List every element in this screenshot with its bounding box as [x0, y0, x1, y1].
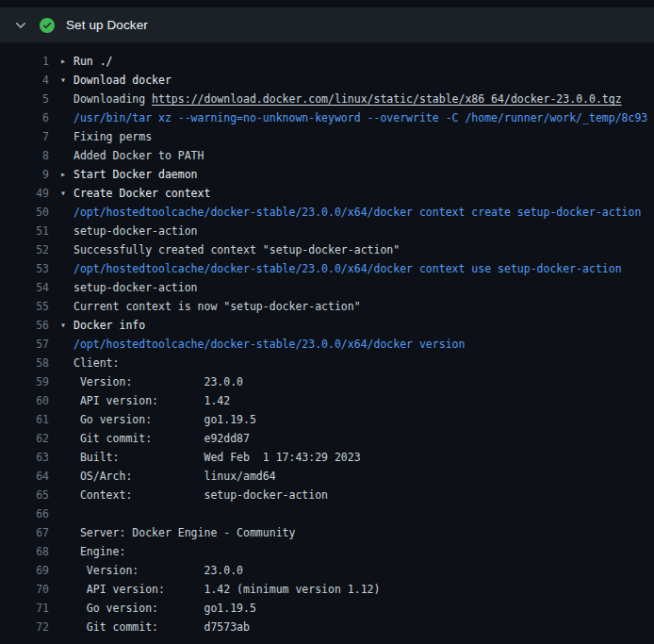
line-number[interactable]: 69	[8, 561, 49, 580]
log-line: 54setup-docker-action	[0, 278, 654, 297]
log-text: Server: Docker Engine - Community	[60, 523, 295, 542]
line-number[interactable]: 64	[8, 467, 49, 486]
chevron-down-icon[interactable]	[13, 18, 28, 33]
log-text: Engine:	[60, 542, 125, 561]
log-container: 1▸Run ./4▾Download docker5Downloading ht…	[0, 42, 654, 644]
line-number[interactable]: 59	[8, 372, 49, 391]
log-text: Git commit: d7573ab	[60, 618, 250, 636]
log-text: Version: 23.0.0	[60, 372, 243, 391]
log-line: 6/usr/bin/tar xz --warning=no-unknown-ke…	[0, 108, 654, 127]
line-number[interactable]: 1	[8, 52, 49, 71]
log-line: 8Added Docker to PATH	[0, 146, 654, 165]
log-line: 55Current context is now "setup-docker-a…	[0, 297, 654, 316]
line-number[interactable]: 51	[8, 222, 49, 240]
log-line: 68 Engine:	[0, 542, 654, 561]
log-line: 53/opt/hostedtoolcache/docker-stable/23.…	[0, 259, 654, 278]
log-line[interactable]: 49▾Create Docker context	[0, 184, 654, 203]
group-title: Create Docker context	[74, 184, 210, 203]
log-line: 57/opt/hostedtoolcache/docker-stable/23.…	[0, 335, 654, 354]
log-text: Downloading https://download.docker.com/…	[60, 90, 622, 108]
line-number[interactable]: 60	[8, 391, 49, 410]
line-number[interactable]: 61	[8, 410, 49, 429]
chevron-down-icon[interactable]: ▾	[60, 71, 74, 90]
command-text: /opt/hostedtoolcache/docker-stable/23.0.…	[60, 335, 465, 354]
line-number[interactable]: 8	[8, 146, 49, 165]
log-text: Added Docker to PATH	[60, 146, 204, 165]
log-line: 60 API version: 1.42	[0, 391, 654, 410]
log-line: 66	[0, 504, 654, 523]
log-line: 63 Built: Wed Feb 1 17:43:29 2023	[0, 448, 654, 467]
log-text: Built: Wed Feb 1 17:43:29 2023	[60, 448, 361, 467]
log-text: Go version: go1.19.5	[60, 410, 256, 429]
line-number[interactable]: 9	[8, 165, 49, 184]
log-line: 62 Git commit: e92dd87	[0, 429, 654, 448]
line-number[interactable]: 72	[8, 618, 49, 636]
log-text: Git commit: e92dd87	[60, 429, 250, 448]
line-number[interactable]: 57	[8, 335, 49, 354]
log-line: 64 OS/Arch: linux/amd64	[0, 467, 654, 486]
line-number[interactable]: 7	[8, 127, 49, 146]
line-number[interactable]: 71	[8, 599, 49, 618]
success-check-circle-icon	[40, 18, 55, 33]
log-text: setup-docker-action	[60, 278, 198, 297]
log-text: API version: 1.42	[60, 391, 230, 410]
step-title: Set up Docker	[66, 18, 148, 32]
log-text: Version: 23.0.0	[60, 561, 243, 580]
log-text: Successfully created context "setup-dock…	[60, 240, 400, 259]
line-number[interactable]: 52	[8, 240, 49, 259]
line-number[interactable]: 53	[8, 259, 49, 278]
log-line: 72 Git commit: d7573ab	[0, 618, 654, 636]
line-number[interactable]: 6	[8, 108, 49, 127]
line-number[interactable]: 5	[8, 90, 49, 108]
log-lines: 1▸Run ./4▾Download docker5Downloading ht…	[0, 52, 654, 636]
command-text: /usr/bin/tar xz --warning=no-unknown-key…	[60, 108, 647, 127]
line-number[interactable]: 70	[8, 580, 49, 599]
line-number[interactable]: 66	[8, 504, 49, 523]
line-number[interactable]: 62	[8, 429, 49, 448]
chevron-right-icon[interactable]: ▸	[60, 165, 74, 184]
command-text: /opt/hostedtoolcache/docker-stable/23.0.…	[60, 203, 641, 222]
log-text: Context: setup-docker-action	[60, 486, 328, 504]
log-line: 50/opt/hostedtoolcache/docker-stable/23.…	[0, 203, 654, 222]
log-line: 61 Go version: go1.19.5	[0, 410, 654, 429]
log-text: API version: 1.42 (minimum version 1.12)	[60, 580, 380, 599]
log-text: Fixing perms	[60, 127, 152, 146]
log-line: 69 Version: 23.0.0	[0, 561, 654, 580]
line-number[interactable]: 67	[8, 523, 49, 542]
log-line: 52Successfully created context "setup-do…	[0, 240, 654, 259]
log-line[interactable]: 9▸Start Docker daemon	[0, 165, 654, 184]
log-line: 58Client:	[0, 354, 654, 372]
log-text: Current context is now "setup-docker-act…	[60, 297, 361, 316]
log-line: 65 Context: setup-docker-action	[0, 486, 654, 504]
line-number[interactable]: 68	[8, 542, 49, 561]
group-title: Start Docker daemon	[74, 165, 198, 184]
group-title: Docker info	[74, 316, 145, 335]
log-line: 5Downloading https://download.docker.com…	[0, 90, 654, 108]
group-title: Download docker	[74, 71, 172, 90]
line-number[interactable]: 56	[8, 316, 49, 335]
log-line: 51setup-docker-action	[0, 222, 654, 240]
chevron-down-icon[interactable]: ▾	[60, 316, 74, 335]
line-number[interactable]: 54	[8, 278, 49, 297]
log-text: OS/Arch: linux/amd64	[60, 467, 276, 486]
log-text: setup-docker-action	[60, 222, 198, 240]
log-line: 59 Version: 23.0.0	[0, 372, 654, 391]
log-line: 7Fixing perms	[0, 127, 654, 146]
chevron-right-icon[interactable]: ▸	[60, 52, 74, 71]
line-number[interactable]: 55	[8, 297, 49, 316]
line-number[interactable]: 49	[8, 184, 49, 203]
log-link[interactable]: https://download.docker.com/linux/static…	[152, 92, 622, 106]
line-number[interactable]: 50	[8, 203, 49, 222]
line-number[interactable]: 63	[8, 448, 49, 467]
line-number[interactable]: 4	[8, 71, 49, 90]
log-line[interactable]: 4▾Download docker	[0, 71, 654, 90]
log-line[interactable]: 1▸Run ./	[0, 52, 654, 71]
chevron-down-icon[interactable]: ▾	[60, 184, 74, 203]
log-line[interactable]: 56▾Docker info	[0, 316, 654, 335]
line-number[interactable]: 65	[8, 486, 49, 504]
line-number[interactable]: 58	[8, 354, 49, 372]
log-line: 70 API version: 1.42 (minimum version 1.…	[0, 580, 654, 599]
log-line: 71 Go version: go1.19.5	[0, 599, 654, 618]
step-header[interactable]: Set up Docker	[0, 8, 654, 42]
group-title: Run ./	[74, 52, 113, 71]
